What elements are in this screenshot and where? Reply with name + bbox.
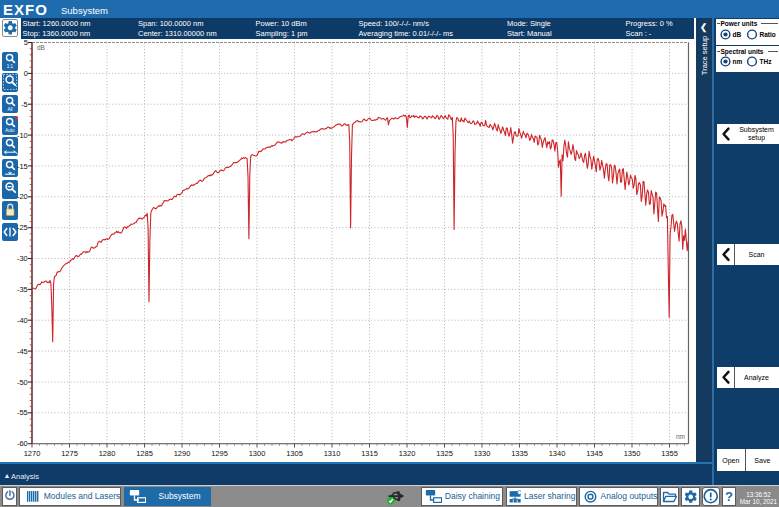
svg-text:0: 0 [24, 69, 28, 78]
svg-text:1315: 1315 [361, 449, 378, 458]
svg-text:1300: 1300 [249, 449, 266, 458]
svg-text:-10: -10 [17, 131, 28, 140]
svg-text:nm: nm [676, 433, 685, 440]
svg-text:5: 5 [24, 39, 28, 47]
svg-text:1325: 1325 [436, 449, 453, 458]
svg-text:1350: 1350 [624, 449, 641, 458]
svg-text:-50: -50 [17, 378, 28, 387]
svg-text:-40: -40 [17, 316, 28, 325]
svg-text:-5: -5 [21, 100, 28, 109]
svg-text:dB: dB [37, 44, 45, 51]
svg-text:1335: 1335 [511, 449, 528, 458]
svg-text:-35: -35 [17, 285, 28, 294]
svg-text:1270: 1270 [24, 449, 41, 458]
svg-text:1280: 1280 [99, 449, 116, 458]
svg-text:1330: 1330 [474, 449, 491, 458]
svg-text:-15: -15 [17, 162, 28, 171]
svg-text:1290: 1290 [174, 449, 191, 458]
svg-text:1305: 1305 [286, 449, 303, 458]
svg-text:1310: 1310 [324, 449, 341, 458]
svg-text:1340: 1340 [549, 449, 566, 458]
svg-text:-25: -25 [17, 223, 28, 232]
svg-text:-55: -55 [17, 408, 28, 417]
svg-text:1275: 1275 [61, 449, 78, 458]
svg-text:1285: 1285 [136, 449, 153, 458]
svg-text:-45: -45 [17, 347, 28, 356]
svg-text:-30: -30 [17, 254, 28, 263]
svg-text:1355: 1355 [661, 449, 678, 458]
svg-text:1295: 1295 [211, 449, 228, 458]
svg-text:-60: -60 [17, 439, 28, 448]
svg-text:-20: -20 [17, 192, 28, 201]
svg-text:1345: 1345 [586, 449, 603, 458]
svg-text:1320: 1320 [399, 449, 416, 458]
